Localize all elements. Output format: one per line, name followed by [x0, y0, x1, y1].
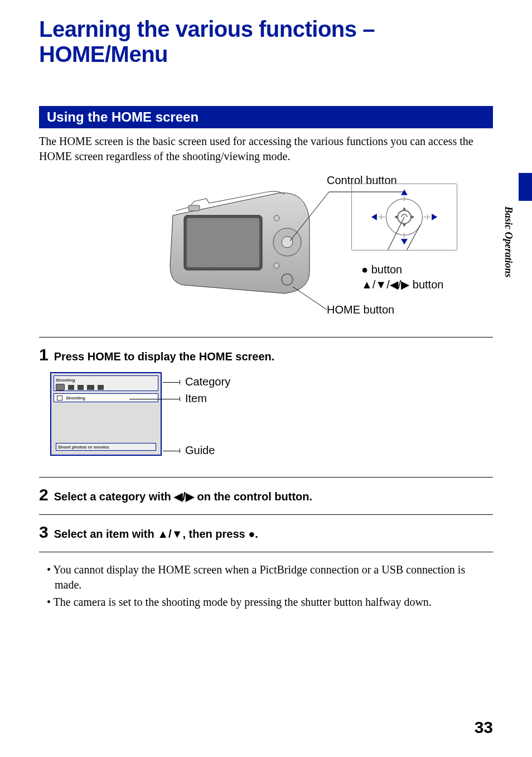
step-text: Select an item with ▲/▼, then press ●.: [54, 528, 258, 540]
updown-icon: ▲/▼: [157, 528, 182, 540]
svg-marker-18: [403, 224, 406, 227]
section-heading: Using the HOME screen: [39, 106, 493, 128]
step-3: 3 Select an item with ▲/▼, then press ●.: [39, 523, 493, 542]
category-callout: Category: [185, 375, 230, 388]
step-number: 2: [39, 485, 49, 504]
step-text-part: Select an item with: [54, 528, 158, 540]
section-tab-label: Basic Operations: [502, 206, 514, 278]
lcd-item-text: Shooting: [66, 396, 85, 401]
step-text: Press HOME to display the HOME screen.: [54, 350, 275, 363]
home-button-label: HOME button: [327, 303, 394, 316]
svg-marker-13: [401, 190, 408, 195]
note-item: The camera is set to the shooting mode b…: [39, 595, 493, 610]
svg-line-8: [290, 192, 329, 241]
arrow-icon: ◀/▶: [174, 490, 194, 503]
step-text-part: on the control button.: [194, 490, 312, 503]
step-text-part: , then press: [182, 528, 248, 540]
svg-line-10: [293, 287, 327, 310]
divider: [39, 514, 493, 515]
step-number: 3: [39, 523, 49, 542]
shooting-icon: [57, 396, 62, 401]
dot-icon: ●: [248, 528, 255, 540]
home-screen-diagram: Shooting Shooting Shoot photos or movies…: [39, 372, 493, 467]
svg-marker-16: [432, 214, 437, 220]
memory-icon: [87, 385, 94, 390]
divider: [39, 552, 493, 552]
lcd-item-row: Shooting: [54, 393, 158, 402]
svg-marker-19: [394, 215, 397, 219]
center-button-label: ● button: [361, 263, 402, 276]
step-text-part: Select a category with: [54, 490, 175, 503]
toolbox-icon: [98, 385, 104, 390]
dpad-button-label: ▲/▼/◀/▶ button: [361, 278, 443, 291]
lcd-preview: Shooting Shooting Shoot photos or movies: [50, 372, 162, 456]
step-2: 2 Select a category with ◀/▶ on the cont…: [39, 485, 493, 504]
section-tab-marker: [519, 173, 532, 201]
control-pad-diagram: [351, 184, 457, 250]
step-text: Select a category with ◀/▶ on the contro…: [54, 490, 312, 503]
note-item: You cannot display the HOME screen when …: [39, 562, 493, 592]
camera-diagram: Control button ● button ▲/▼/◀/▶ but: [39, 181, 493, 326]
lcd-guide-row: Shoot photos or movies: [56, 443, 156, 451]
divider: [39, 477, 493, 478]
divider: [39, 337, 493, 337]
lcd-category-row: Shooting: [54, 375, 158, 391]
item-callout: Item: [185, 392, 207, 405]
step-number: 1: [39, 345, 49, 364]
svg-marker-17: [403, 207, 406, 210]
lcd-guide-text: Shoot photos or movies: [58, 445, 109, 450]
step-text-part: .: [255, 528, 258, 540]
svg-marker-20: [412, 215, 414, 219]
svg-marker-14: [401, 239, 408, 244]
playback-icon: [68, 385, 74, 390]
page-number: 33: [475, 718, 493, 737]
svg-marker-15: [371, 214, 377, 220]
page-title: Learning the various functions – HOME/Me…: [39, 17, 493, 67]
intro-paragraph: The HOME screen is the basic screen used…: [39, 134, 493, 164]
guide-callout: Guide: [185, 444, 215, 457]
svg-line-28: [390, 225, 420, 250]
step-1: 1 Press HOME to display the HOME screen.…: [39, 345, 493, 467]
lcd-category-text: Shooting: [56, 378, 75, 383]
print-icon: [78, 385, 84, 390]
camera-icon: [56, 384, 65, 390]
notes-list: You cannot display the HOME screen when …: [39, 562, 493, 610]
